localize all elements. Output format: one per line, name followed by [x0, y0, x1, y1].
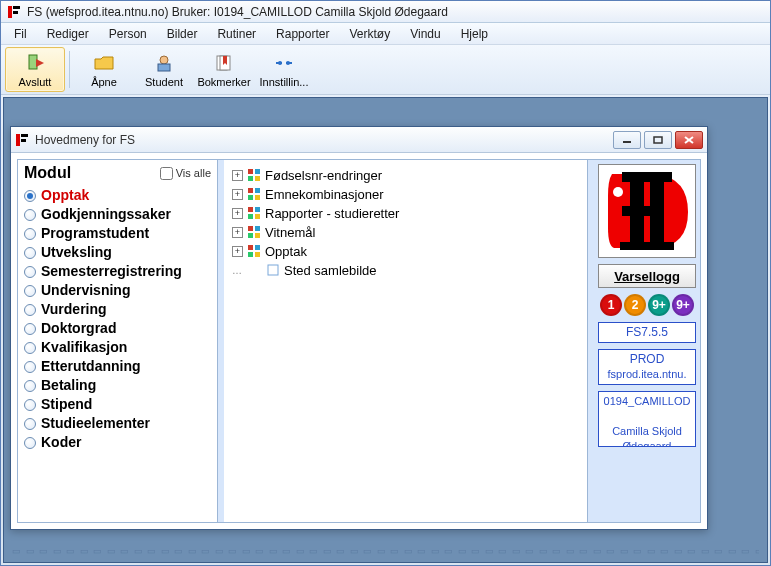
user-box: 0194_CAMILLOD Camilla Skjold Ødegaard: [598, 391, 696, 447]
tree-item[interactable]: …+Sted samlebilde: [228, 261, 583, 279]
tree-item[interactable]: +Fødselsnr-endringer: [228, 166, 583, 184]
notification-badge[interactable]: 1: [600, 294, 622, 316]
module-item[interactable]: Doktorgrad: [24, 319, 211, 338]
bokmerker-icon: [212, 52, 236, 74]
toolbar-avslutt[interactable]: Avslutt: [5, 47, 65, 92]
tree-item[interactable]: +Vitnemål: [228, 223, 583, 241]
module-item[interactable]: Etterutdanning: [24, 357, 211, 376]
svg-rect-27: [248, 214, 253, 219]
svg-rect-32: [255, 233, 260, 238]
radio-icon: [24, 209, 36, 221]
module-label: Doktorgrad: [41, 319, 116, 338]
expander-icon[interactable]: +: [232, 208, 243, 219]
version-box: FS7.5.5: [598, 322, 696, 343]
module-panel: Modul Vis alle OpptakGodkjenningssakerPr…: [18, 160, 218, 522]
notification-badge[interactable]: 9+: [648, 294, 670, 316]
inner-titlebar[interactable]: Hovedmeny for FS: [11, 127, 707, 153]
module-item[interactable]: Utveksling: [24, 243, 211, 262]
module-label: Stipend: [41, 395, 92, 414]
svg-point-4: [160, 56, 168, 64]
module-item[interactable]: Opptak: [24, 186, 211, 205]
tree-item[interactable]: +Rapporter - studieretter: [228, 204, 583, 222]
folder-icon: [246, 224, 262, 240]
notification-badge[interactable]: 9+: [672, 294, 694, 316]
module-item[interactable]: Godkjenningssaker: [24, 205, 211, 224]
vis-alle-checkbox[interactable]: Vis alle: [160, 167, 211, 180]
window-buttons: [613, 131, 703, 149]
menu-verktøy[interactable]: Verktøy: [340, 25, 399, 43]
expander-icon[interactable]: +: [232, 246, 243, 257]
toolbar-bokmerker[interactable]: Bokmerker: [194, 47, 254, 92]
inner-app-icon: [15, 133, 29, 147]
svg-rect-41: [622, 206, 662, 216]
menu-rediger[interactable]: Rediger: [38, 25, 98, 43]
module-label: Studieelementer: [41, 414, 150, 433]
tree-label: Sted samlebilde: [284, 263, 377, 278]
minimize-button[interactable]: [613, 131, 641, 149]
folder-icon: [246, 186, 262, 202]
radio-icon: [24, 247, 36, 259]
module-item[interactable]: Koder: [24, 433, 211, 452]
module-label: Utveksling: [41, 243, 112, 262]
radio-icon: [24, 304, 36, 316]
tree-label: Opptak: [265, 244, 307, 259]
app-icon: [7, 5, 21, 19]
module-label: Etterutdanning: [41, 357, 141, 376]
tree-label: Emnekombinasjoner: [265, 187, 384, 202]
svg-rect-29: [248, 226, 253, 231]
menu-fil[interactable]: Fil: [5, 25, 36, 43]
menu-bilder[interactable]: Bilder: [158, 25, 207, 43]
radio-icon: [24, 190, 36, 202]
close-button[interactable]: [675, 131, 703, 149]
folder-icon: [246, 243, 262, 259]
svg-rect-1: [13, 6, 20, 9]
module-item[interactable]: Semesterregistrering: [24, 262, 211, 281]
expander-icon[interactable]: +: [232, 227, 243, 238]
expander-icon[interactable]: +: [232, 189, 243, 200]
notification-badge[interactable]: 2: [624, 294, 646, 316]
varsellogg-button[interactable]: Varsellogg: [598, 264, 696, 288]
expander-icon[interactable]: +: [232, 170, 243, 181]
toolbar-apne[interactable]: Åpne: [74, 47, 134, 92]
svg-rect-33: [248, 245, 253, 250]
toolbar-innstillin[interactable]: Innstillin...: [254, 47, 314, 92]
module-item[interactable]: Studieelementer: [24, 414, 211, 433]
tree-item[interactable]: +Emnekombinasjoner: [228, 185, 583, 203]
toolbar-label: Student: [145, 76, 183, 88]
module-item[interactable]: Vurdering: [24, 300, 211, 319]
svg-rect-14: [654, 137, 662, 143]
tree-item[interactable]: +Opptak: [228, 242, 583, 260]
svg-rect-3: [29, 55, 37, 69]
tree-label: Rapporter - studieretter: [265, 206, 399, 221]
env-box: PROD fsprod.itea.ntnu.: [598, 349, 696, 385]
module-item[interactable]: Undervisning: [24, 281, 211, 300]
svg-rect-10: [16, 134, 20, 146]
menu-vindu[interactable]: Vindu: [401, 25, 449, 43]
svg-rect-17: [248, 169, 253, 174]
module-item[interactable]: Programstudent: [24, 224, 211, 243]
menubar: FilRedigerPersonBilderRutinerRapporterVe…: [1, 23, 770, 45]
menu-person[interactable]: Person: [100, 25, 156, 43]
maximize-button[interactable]: [644, 131, 672, 149]
svg-rect-12: [21, 139, 26, 142]
menu-rapporter[interactable]: Rapporter: [267, 25, 338, 43]
module-label: Godkjenningssaker: [41, 205, 171, 224]
toolbar-label: Innstillin...: [260, 76, 309, 88]
menu-rutiner[interactable]: Rutiner: [208, 25, 265, 43]
module-item[interactable]: Kvalifikasjon: [24, 338, 211, 357]
module-label: Koder: [41, 433, 81, 452]
svg-rect-2: [13, 11, 18, 14]
toolbar-student[interactable]: Student: [134, 47, 194, 92]
svg-rect-28: [255, 214, 260, 219]
module-label: Kvalifikasjon: [41, 338, 127, 357]
module-item[interactable]: Stipend: [24, 395, 211, 414]
toolbar-label: Bokmerker: [197, 76, 250, 88]
menu-hjelp[interactable]: Hjelp: [452, 25, 497, 43]
workspace: Hovedmeny for FS Modu: [3, 97, 768, 563]
svg-rect-36: [255, 252, 260, 257]
svg-rect-38: [622, 172, 672, 182]
inner-title: Hovedmeny for FS: [35, 133, 607, 147]
logo: [598, 164, 696, 258]
module-item[interactable]: Betaling: [24, 376, 211, 395]
tree-panel: +Fødselsnr-endringer+Emnekombinasjoner+R…: [224, 160, 588, 522]
